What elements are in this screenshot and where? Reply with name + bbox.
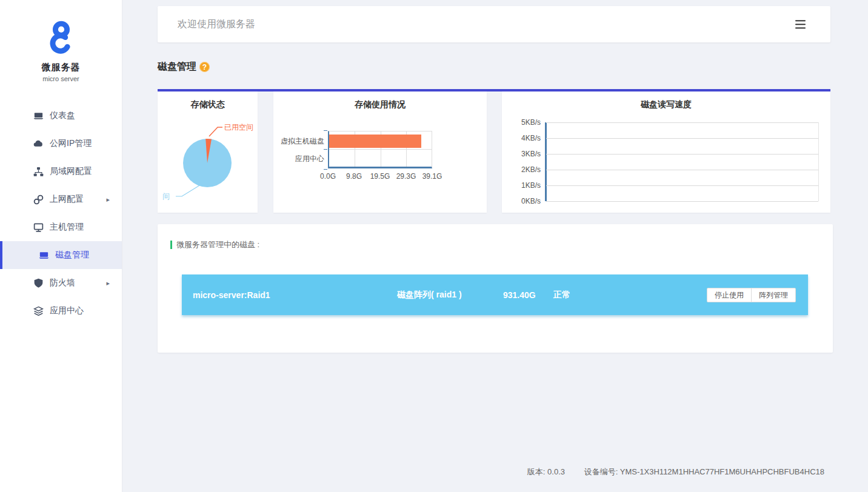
bar-category-label: 应用中心: [273, 154, 324, 164]
stop-using-button[interactable]: 停止使用: [707, 288, 752, 302]
help-question-icon[interactable]: ?: [199, 62, 210, 72]
line-gridline: [546, 154, 818, 155]
sidebar-item-public-ip[interactable]: 公网IP管理: [0, 130, 122, 158]
header-card: 欢迎使用微服务器: [158, 6, 830, 42]
app-root: 微服务器 micro server 仪表盘公网IP管理局域网配置上网配置▸主机管…: [0, 0, 868, 492]
bar-virtual-host-disk: [329, 135, 421, 148]
sidebar-item-internet[interactable]: 上网配置▸: [0, 185, 122, 213]
logo: 微服务器 micro server: [0, 0, 122, 82]
pie-chart: 已用空间 间: [158, 91, 258, 213]
sidebar-item-dashboard[interactable]: 仪表盘: [0, 102, 122, 130]
line-gridline: [546, 122, 818, 123]
bar-x-tick-label: 29.3G: [396, 172, 416, 181]
sidebar-item-label: 磁盘管理: [55, 250, 89, 261]
sidebar-nav: 仪表盘公网IP管理局域网配置上网配置▸主机管理磁盘管理防火墙▸应用中心: [0, 102, 122, 325]
sidebar-item-label: 仪表盘: [50, 110, 75, 121]
logo-title: 微服务器: [0, 62, 122, 73]
disk-status: 正常: [553, 290, 570, 301]
monitor-icon: [32, 221, 44, 233]
line-gridline: [546, 201, 818, 202]
sidebar-item-appcenter[interactable]: 应用中心: [0, 297, 122, 325]
sidebar-item-lan[interactable]: 局域网配置: [0, 158, 122, 185]
disk-size: 931.40G: [503, 290, 536, 300]
disk-list-card: 微服务器管理中的磁盘 : micro-server:Raid1磁盘阵列( rai…: [158, 224, 833, 353]
line-y-tick-label: 1KB/s: [502, 181, 541, 190]
layers-icon: [32, 305, 44, 317]
lan-icon: [32, 165, 44, 178]
sidebar-item-host[interactable]: 主机管理: [0, 213, 122, 241]
sidebar-item-label: 主机管理: [50, 222, 84, 233]
bar-chart-title: 存储使用情况: [273, 99, 487, 110]
version-text: 版本: 0.0.3: [527, 467, 565, 476]
line-chart-plot: 5KB/s4KB/s3KB/s2KB/s1KB/s0KB/s: [502, 91, 830, 213]
bar-x-tick-label: 9.8G: [346, 172, 362, 181]
bar-chart-plot: [328, 131, 432, 168]
sidebar-item-label: 上网配置: [50, 194, 84, 205]
disk-name: micro-server:Raid1: [193, 290, 270, 300]
storage-usage-card: 存储使用情况 虚拟主机磁盘应用中心 0.0G9.8G19.5G29.3G39.1…: [273, 91, 487, 213]
storage-status-card: 存储状态 已用空间 间: [158, 91, 258, 213]
line-gridline: [546, 185, 818, 186]
pie-free-label: 间: [162, 192, 170, 201]
sidebar-item-label: 防火墙: [50, 278, 75, 288]
disk-section-title: 微服务器管理中的磁盘 :: [170, 239, 259, 250]
device-id-text: 设备编号: YMS-1X3H112M1HHAC77HF1M6UHAHPCHBFU…: [584, 467, 824, 476]
bar-x-tick-label: 39.1G: [422, 172, 442, 181]
sidebar-item-label: 公网IP管理: [50, 138, 92, 149]
cloud-icon: [32, 138, 44, 150]
hamburger-menu-icon[interactable]: [795, 18, 806, 31]
sidebar-item-firewall[interactable]: 防火墙▸: [0, 269, 122, 297]
shield-icon: [32, 277, 44, 289]
section-marker: [170, 241, 172, 249]
dashboard-icon: [32, 110, 44, 122]
disk-type: 磁盘阵列( raid1 ): [397, 290, 462, 301]
line-y-tick-label: 5KB/s: [502, 118, 541, 127]
sidebar-item-disk[interactable]: 磁盘管理: [0, 241, 122, 269]
line-y-tick-label: 3KB/s: [502, 150, 541, 158]
chevron-right-icon: ▸: [106, 196, 110, 204]
link-icon: [32, 193, 44, 205]
sidebar-item-label: 应用中心: [50, 305, 84, 316]
bar-x-tick-label: 0.0G: [320, 172, 336, 181]
disk-speed-card: 磁盘读写速度 5KB/s4KB/s3KB/s2KB/s1KB/s0KB/s: [502, 91, 830, 213]
line-y-tick-label: 0KB/s: [502, 197, 541, 205]
line-gridline: [546, 138, 818, 139]
line-chart-y-axis: [545, 122, 547, 201]
pie-used-label: 已用空间: [224, 123, 253, 131]
logo-icon: [45, 21, 77, 55]
page-title: 磁盘管理: [158, 61, 196, 73]
disk-row-actions: 停止使用阵列管理: [707, 288, 796, 302]
logo-subtitle: micro server: [0, 75, 122, 82]
line-y-tick-label: 2KB/s: [502, 165, 541, 174]
pie-used-callout-line: [209, 127, 222, 136]
welcome-text: 欢迎使用微服务器: [178, 18, 255, 31]
bar-category-label: 虚拟主机磁盘: [273, 136, 324, 147]
chevron-right-icon: ▸: [106, 279, 110, 287]
page-title-row: 磁盘管理 ?: [158, 61, 210, 73]
footer: 版本: 0.0.3 设备编号: YMS-1X3H112M1HHAC77HF1M6…: [527, 467, 824, 477]
bar-x-tick-label: 19.5G: [370, 172, 390, 181]
sidebar: 微服务器 micro server 仪表盘公网IP管理局域网配置上网配置▸主机管…: [0, 0, 122, 492]
disk-icon: [38, 249, 50, 261]
sidebar-item-label: 局域网配置: [50, 166, 92, 177]
disk-row: micro-server:Raid1磁盘阵列( raid1 )931.40G正常…: [182, 274, 808, 315]
array-manage-button[interactable]: 阵列管理: [751, 288, 796, 302]
line-gridline: [546, 170, 818, 170]
line-y-tick-label: 4KB/s: [502, 134, 541, 142]
